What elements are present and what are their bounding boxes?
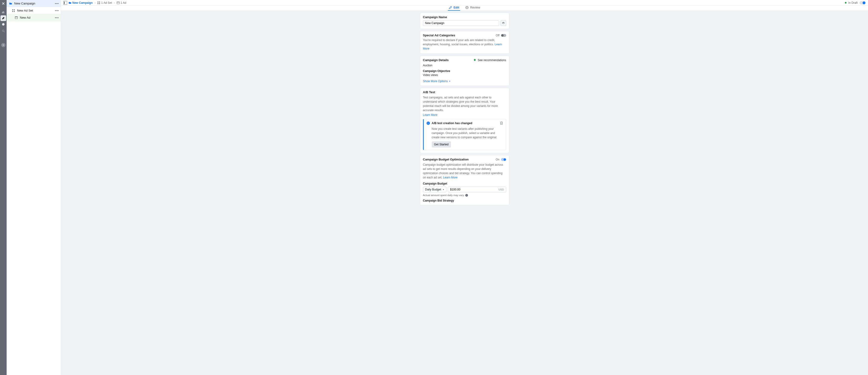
ad-icon xyxy=(14,16,18,19)
budget-amount-input[interactable] xyxy=(448,187,497,192)
cbo-desc: Campaign budget optimization will distri… xyxy=(423,163,506,180)
see-recommendations-link[interactable]: See recommendations xyxy=(473,59,506,62)
show-more-options-link[interactable]: Show More Options▼ xyxy=(423,79,506,83)
svg-point-17 xyxy=(467,7,468,8)
search-icon[interactable] xyxy=(1,28,6,34)
special-ad-desc: You're required to declare if your ads a… xyxy=(423,38,506,51)
info-icon: i xyxy=(427,122,430,125)
bid-strategy-label: Campaign Bid Strategy xyxy=(423,199,506,202)
svg-rect-7 xyxy=(12,11,13,12)
tabs: Edit Review xyxy=(61,6,868,11)
svg-rect-13 xyxy=(98,3,98,4)
svg-point-4 xyxy=(2,30,4,32)
svg-point-3 xyxy=(2,23,5,26)
ab-test-card: A/B Test Test campaigns, ad sets and ads… xyxy=(420,88,509,153)
grid-icon xyxy=(12,9,15,12)
tree-adset-menu[interactable]: ••• xyxy=(55,9,59,12)
breadcrumb: New Campaign › 1 Ad Set › 1 Ad xyxy=(68,1,126,4)
cbo-card: Campaign Budget Optimization On Campaign… xyxy=(420,155,509,205)
ab-test-title: A/B Test xyxy=(423,91,506,94)
svg-rect-12 xyxy=(99,1,100,2)
tree-adset-label: New Ad Set xyxy=(17,9,33,12)
cbo-title: Campaign Budget Optimization xyxy=(423,158,469,161)
svg-rect-11 xyxy=(98,1,98,2)
svg-rect-15 xyxy=(117,2,120,4)
ab-test-info-box: i A/B test creation has changed Now you … xyxy=(423,119,506,150)
tree-ad-label: New Ad xyxy=(20,16,30,19)
svg-rect-5 xyxy=(12,9,13,10)
folder-icon xyxy=(9,2,12,5)
chevron-right-icon: › xyxy=(114,1,115,4)
status-dot-icon xyxy=(845,2,846,4)
left-icon-rail xyxy=(0,0,7,375)
campaign-name-input[interactable] xyxy=(423,20,499,26)
campaign-name-title: Campaign Name xyxy=(423,15,506,19)
svg-rect-1 xyxy=(3,11,3,13)
ab-info-body: Now you create test variants after publi… xyxy=(432,127,503,139)
ab-test-desc: Test campaigns, ad sets and ads against … xyxy=(423,95,506,112)
tab-review[interactable]: Review xyxy=(464,6,481,11)
close-icon[interactable] xyxy=(1,1,6,6)
main-column: New Campaign › 1 Ad Set › 1 Ad In Draft xyxy=(61,0,868,375)
tree-campaign-menu[interactable]: ••• xyxy=(55,2,59,5)
budget-amount-wrap: USD xyxy=(448,187,506,192)
caret-down-icon: ▼ xyxy=(449,80,451,82)
special-ad-state: Off xyxy=(496,34,500,37)
top-bar: New Campaign › 1 Ad Set › 1 Ad In Draft xyxy=(61,0,868,6)
special-ad-title: Special Ad Categories xyxy=(423,34,455,37)
budget-hint: Actual amount spent daily may vary. i xyxy=(423,194,506,197)
campaign-name-card: Campaign Name xyxy=(420,13,509,29)
buying-type-value: Auction xyxy=(423,64,506,67)
campaign-budget-label: Campaign Budget xyxy=(423,182,506,185)
campaign-details-card: Campaign Details See recommendations Auc… xyxy=(420,56,509,86)
tree-campaign-label: New Campaign xyxy=(14,2,35,5)
cbo-toggle[interactable] xyxy=(501,158,506,161)
lightbulb-icon xyxy=(473,59,476,62)
expand-rail-icon[interactable] xyxy=(1,43,5,47)
svg-rect-8 xyxy=(14,11,15,12)
get-started-button[interactable]: Get Started xyxy=(432,141,451,147)
tree-adset-row[interactable]: New Ad Set ••• xyxy=(7,7,61,14)
tree-ad-row[interactable]: New Ad ••• xyxy=(7,14,61,21)
gear-icon[interactable] xyxy=(500,20,506,26)
objective-value: Video views xyxy=(423,73,506,77)
cbo-learn-more-link[interactable]: Learn More xyxy=(443,176,458,179)
special-ad-toggle[interactable] xyxy=(501,34,506,37)
breadcrumb-adset[interactable]: 1 Ad Set xyxy=(97,1,112,4)
ab-test-learn-more-link[interactable]: Learn More xyxy=(423,113,506,116)
status-text: In Draft xyxy=(848,1,858,4)
svg-rect-10 xyxy=(15,16,18,17)
help-icon[interactable]: i xyxy=(465,194,468,197)
chart-icon[interactable] xyxy=(1,9,6,15)
breadcrumb-campaign[interactable]: New Campaign xyxy=(68,1,93,4)
svg-rect-0 xyxy=(2,12,3,13)
caret-down-icon: ▼ xyxy=(443,189,444,191)
panel-toggle-icon[interactable] xyxy=(63,1,67,5)
objective-label: Campaign Objective xyxy=(423,69,506,73)
ab-info-title: A/B test creation has changed xyxy=(432,122,498,125)
chevron-right-icon: › xyxy=(95,1,95,4)
tree-ad-menu[interactable]: ••• xyxy=(55,16,59,19)
special-ad-card: Special Ad Categories Off You're require… xyxy=(420,31,509,54)
svg-rect-14 xyxy=(99,3,100,4)
tab-edit[interactable]: Edit xyxy=(448,6,460,11)
breadcrumb-ad[interactable]: 1 Ad xyxy=(117,1,126,4)
tree-campaign-row[interactable]: New Campaign ••• xyxy=(7,0,61,7)
svg-rect-2 xyxy=(4,11,4,13)
budget-type-select[interactable]: Daily Budget ▼ xyxy=(423,187,447,192)
cbo-state: On xyxy=(496,158,499,161)
draft-toggle[interactable] xyxy=(860,1,866,4)
pencil-icon[interactable] xyxy=(0,15,6,21)
bookmark-icon[interactable] xyxy=(500,122,503,125)
clock-icon[interactable] xyxy=(1,21,6,28)
svg-rect-6 xyxy=(14,9,15,10)
currency-label: USD xyxy=(497,187,506,192)
campaign-details-title: Campaign Details xyxy=(423,58,449,62)
campaign-tree-panel: New Campaign ••• New Ad Set ••• New Ad •… xyxy=(7,0,61,375)
